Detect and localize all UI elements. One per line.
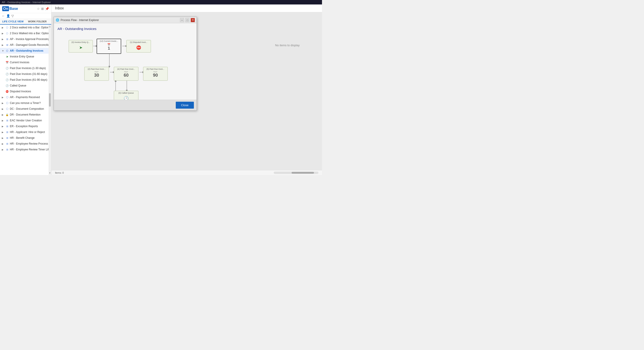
horizontal-scrollbar[interactable] <box>274 172 318 174</box>
tab-workfolder[interactable]: WORK FOLDER <box>26 19 49 24</box>
favorites-icon[interactable]: ☆ <box>37 7 40 10</box>
scrollbar-thumb[interactable] <box>292 172 314 174</box>
modal-title-text: Process Flow - Internet Explorer <box>60 18 179 22</box>
expand-icon: ▶ <box>2 102 4 104</box>
node-count: 1 <box>108 46 110 51</box>
node-icon: ⛔ <box>135 44 142 51</box>
logo-on: On <box>2 6 9 11</box>
modal-overlay: 🌐 Process Flow - Internet Explorer ─ □ ✕… <box>52 12 322 170</box>
sidebar-item-past90[interactable]: 🕐 Past Due Invoices (61-90 days) <box>0 77 51 83</box>
sidebar-item-ar-invoices[interactable]: ▼ ⬡ AR - Outstanding Invoices <box>0 48 51 54</box>
modal-content: AR - Outstanding Invoices <box>54 23 196 100</box>
grid-icon[interactable]: ⊞ <box>41 7 44 10</box>
tab-lifecycle[interactable]: LIFE CYCLE VIEW <box>0 19 26 24</box>
sidebar-toolbar: ☆ ⊞ 📌 <box>37 7 49 10</box>
workflow-icon: ⬡ <box>5 26 9 29</box>
calendar-icon: 📅 <box>5 60 9 64</box>
modal-close-button[interactable]: ✕ <box>191 18 195 22</box>
sidebar-item-eac[interactable]: ▶ ⊞ EAC Vendor User Creation <box>0 118 51 123</box>
grid4-icon: ⊞ <box>5 119 9 122</box>
node-icon: 🕑 <box>123 95 130 100</box>
sidebar-item-past60[interactable]: 🕐 Past Due Invoices (31-60 days) <box>0 71 51 77</box>
sidebar-item-invoice-entry[interactable]: ➤ Invoice Entry Queue <box>0 54 51 59</box>
sidebar-item-ar-payments[interactable]: ▶ ⬡ AR - Payments Received <box>0 94 51 100</box>
flow-title: AR - Outstanding Invoices <box>58 27 193 31</box>
node-current-invoices[interactable]: (12) Current Invoic... 📅 1 <box>96 39 121 54</box>
minimize-button[interactable]: ─ <box>180 18 184 22</box>
node-past30[interactable]: (2) Past Due Invoi... PAST 30 <box>84 67 109 81</box>
node-invoice-entry[interactable]: (0) Invoice Entry Q... ➤ <box>69 40 93 52</box>
maximize-button[interactable]: □ <box>185 18 190 22</box>
sidebar-item-docs2[interactable]: ▶ ⬡ 2 Docs Walked into a Bar: Option 3 L… <box>0 30 51 36</box>
sidebar-item-label: Current Invoices <box>10 61 50 64</box>
filter-icon[interactable]: ▽ <box>12 14 14 18</box>
node-content: PAST 90 <box>153 71 158 78</box>
title-bar: AR - Outstanding Invoices - Internet Exp… <box>0 0 322 4</box>
clock-icon1: 🕐 <box>5 66 9 70</box>
scroll-thumb[interactable] <box>49 93 51 107</box>
green-arrow-icon: ➤ <box>5 55 9 58</box>
sidebar-item-disputed[interactable]: ⛔ Disputed Invoices <box>0 88 51 94</box>
sidebar-item-current-invoices[interactable]: 📅 Current Invoices <box>0 59 51 65</box>
node-title: (12) Current Invoic... <box>98 40 120 42</box>
sidebar-item-dr[interactable]: ▶ 🔒 DR - Document Retention <box>0 112 51 118</box>
sidebar-item-dc[interactable]: ▶ ⬡ DC - Document Composition <box>0 106 51 112</box>
node-called-queue[interactable]: (0) Called Queue 🕑 <box>114 91 138 100</box>
expand-icon: ▶ <box>2 26 4 29</box>
sidebar-item-label: DR - Document Retention <box>10 113 50 116</box>
pin-icon[interactable]: 📌 <box>45 7 49 10</box>
grid7-icon: ⊞ <box>5 136 9 140</box>
blue-clock-icon: 🕑 <box>5 84 9 87</box>
node-title: (5) Past Due Invoi... <box>144 68 166 70</box>
workflow2-icon: ⬡ <box>5 95 9 99</box>
expand-icon: ▶ <box>2 119 4 122</box>
sidebar-item-ar-damaged[interactable]: ▶ ⊞ AR - Damaged Goods Reconciliation <box>0 42 51 48</box>
workflow4-icon: ⬡ <box>5 107 9 111</box>
node-content: 📅 1 <box>107 43 110 51</box>
expand-icon: ▶ <box>2 44 4 46</box>
lock-icon: 🔒 <box>5 113 9 116</box>
sidebar-item-past30[interactable]: 🕐 Past Due Invoices (1-30 days) <box>0 65 51 71</box>
back-icon[interactable]: ← <box>2 14 5 18</box>
node-title: (4) Past Due Invoi... <box>115 68 137 70</box>
expand-icon: ▼ <box>2 50 4 52</box>
expand-icon: ▶ <box>2 32 4 35</box>
node-past60[interactable]: (4) Past Due Invoi... PAST 60 <box>114 67 138 81</box>
scroll-down-icon[interactable]: ▼ <box>49 172 51 174</box>
scroll-track <box>49 28 51 172</box>
close-button[interactable]: Close <box>176 102 194 109</box>
node-past90[interactable]: (5) Past Due Invoi... PAST 90 <box>143 67 168 81</box>
inbox-title: Inbox <box>55 6 64 10</box>
node-title: (1) Disputed Invoi... <box>128 41 150 43</box>
count-90: 90 <box>153 73 158 78</box>
person-icon[interactable]: 👤 <box>6 14 10 18</box>
sidebar-item-called[interactable]: 🕑 Called Queue <box>0 83 51 88</box>
content-body: No items to display 🌐 Process Flow - Int… <box>52 12 322 170</box>
expand-icon: ▶ <box>2 96 4 99</box>
node-title: (2) Past Due Invoi... <box>86 68 108 70</box>
sidebar-item-label: HR - Benefit Change <box>10 136 50 139</box>
sidebar-item-hr-timer[interactable]: ▶ ⊞ HR - Employee Review Timer Life Cycl… <box>0 147 51 152</box>
content-header: Inbox <box>52 4 322 12</box>
process-flow-modal: 🌐 Process Flow - Internet Explorer ─ □ ✕… <box>54 17 197 111</box>
sidebar-item-docs1[interactable]: ▶ ⬡ 2 Docs walked into a Bar: Option 2 S… <box>0 24 51 30</box>
grid3-icon: ⊞ <box>5 43 9 47</box>
modal-footer: Close <box>54 100 196 110</box>
expand-icon: ▶ <box>2 137 4 139</box>
sidebar-item-ap[interactable]: ▶ ⊞ AP - Invoice Approval Processing <box>0 36 51 42</box>
sidebar-item-hr-review[interactable]: ▶ ⊞ HR - Employee Review Process <box>0 141 51 147</box>
sidebar-item-hr-benefit[interactable]: ▶ ⊞ HR - Benefit Change <box>0 135 51 141</box>
sidebar-item-er[interactable]: ▶ ⊞ ER - Exception Reports <box>0 123 51 129</box>
node-disputed[interactable]: (1) Disputed Invoi... ⛔ <box>126 40 151 52</box>
grid5-icon: ⊞ <box>5 124 9 128</box>
expand-icon: ▶ <box>2 113 4 116</box>
logo-base: Base <box>10 7 18 11</box>
sidebar-item-label: AP - Invoice Approval Processing <box>10 37 50 41</box>
past-label: PAST <box>124 71 128 73</box>
scroll-up-icon[interactable]: ▲ <box>49 25 51 28</box>
flow-diagram: (0) Invoice Entry Q... ➤ (12) Current In… <box>58 34 193 100</box>
sidebar-scrollbar[interactable]: ▲ ▼ <box>48 24 51 175</box>
sidebar-item-label: Past Due Invoices (31-60 days) <box>10 72 50 75</box>
sidebar-item-hr-hire[interactable]: ▶ ⊞ HR - Applicant: Hire or Reject <box>0 129 51 135</box>
sidebar-item-timer[interactable]: ▶ ⬡ Can you remove a Timer? <box>0 100 51 106</box>
